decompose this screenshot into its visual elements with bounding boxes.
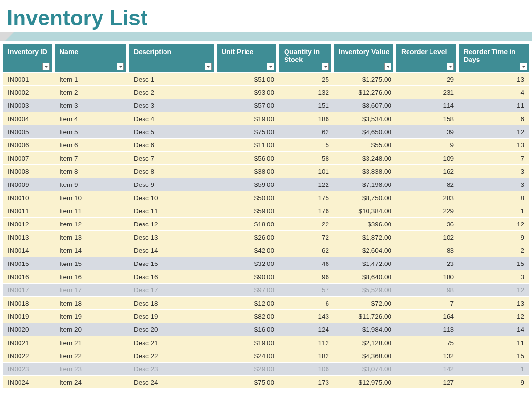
table-row[interactable]: IN0001Item 1Desc 1$51.0025$1,275.002913 <box>3 72 529 85</box>
table-row[interactable]: IN0015Item 15Desc 15$32.0046$1,472.00231… <box>3 257 529 270</box>
table-row[interactable]: IN0022Item 22Desc 22$24.00182$4,368.0013… <box>3 349 529 362</box>
cell-price: $24.00 <box>217 349 279 362</box>
cell-desc: Desc 24 <box>129 375 217 388</box>
cell-days: 13 <box>459 296 529 309</box>
table-row[interactable]: IN0020Item 20Desc 20$16.00124$1,984.0011… <box>3 323 529 336</box>
cell-desc: Desc 22 <box>129 349 217 362</box>
table-row[interactable]: IN0016Item 16Desc 16$90.0096$8,640.00180… <box>3 270 529 283</box>
cell-qty: 62 <box>279 244 334 257</box>
table-row[interactable]: IN0021Item 21Desc 21$19.00112$2,128.0075… <box>3 336 529 349</box>
filter-dropdown-icon[interactable] <box>322 63 329 70</box>
cell-reorder: 102 <box>396 230 459 244</box>
cell-days: 4 <box>459 85 529 99</box>
cell-value: $4,650.00 <box>334 125 396 138</box>
cell-name: Item 21 <box>55 336 129 349</box>
cell-id: IN0020 <box>3 323 55 336</box>
column-header-value[interactable]: Inventory Value <box>334 44 396 72</box>
filter-dropdown-icon[interactable] <box>384 63 391 70</box>
cell-value: $8,750.00 <box>334 191 396 204</box>
filter-dropdown-icon[interactable] <box>267 63 274 70</box>
cell-days: 1 <box>459 204 529 217</box>
cell-id: IN0022 <box>3 349 55 362</box>
cell-qty: 96 <box>279 270 334 283</box>
cell-reorder: 39 <box>396 125 459 138</box>
table-row[interactable]: IN0005Item 5Desc 5$75.0062$4,650.003912 <box>3 125 529 138</box>
cell-price: $82.00 <box>217 309 279 323</box>
column-header-desc[interactable]: Description <box>129 44 217 72</box>
cell-days: 9 <box>459 375 529 388</box>
column-header-label: Name <box>60 48 78 56</box>
table-row[interactable]: IN0012Item 12Desc 12$18.0022$396.003612 <box>3 217 529 230</box>
cell-desc: Desc 18 <box>129 296 217 309</box>
filter-dropdown-icon[interactable] <box>205 63 212 70</box>
cell-reorder: 229 <box>396 204 459 217</box>
cell-days: 15 <box>459 257 529 270</box>
cell-id: IN0021 <box>3 336 55 349</box>
table-row[interactable]: IN0018Item 18Desc 18$12.006$72.00713 <box>3 296 529 309</box>
cell-value: $11,726.00 <box>334 309 396 323</box>
table-row[interactable]: IN0004Item 4Desc 4$19.00186$3,534.001586 <box>3 112 529 125</box>
cell-desc: Desc 16 <box>129 270 217 283</box>
table-row[interactable]: IN0003Item 3Desc 3$57.00151$8,607.001141… <box>3 99 529 112</box>
cell-days: 12 <box>459 125 529 138</box>
cell-qty: 175 <box>279 191 334 204</box>
cell-price: $93.00 <box>217 85 279 99</box>
cell-id: IN0002 <box>3 85 55 99</box>
cell-qty: 58 <box>279 151 334 164</box>
table-row[interactable]: IN0008Item 8Desc 8$38.00101$3,838.001623 <box>3 164 529 178</box>
cell-price: $11.00 <box>217 138 279 151</box>
table-row[interactable]: IN0024Item 24Desc 24$75.00173$12,975.001… <box>3 375 529 388</box>
cell-desc: Desc 15 <box>129 257 217 270</box>
cell-value: $8,640.00 <box>334 270 396 283</box>
filter-dropdown-icon[interactable] <box>42 63 50 70</box>
column-header-reorder[interactable]: Reorder Level <box>396 44 459 72</box>
cell-reorder: 114 <box>396 99 459 112</box>
cell-days: 8 <box>459 191 529 204</box>
table-row[interactable]: IN0010Item 10Desc 10$50.00175$8,750.0028… <box>3 191 529 204</box>
cell-value: $72.00 <box>334 296 396 309</box>
cell-name: Item 13 <box>55 230 129 244</box>
cell-price: $57.00 <box>217 99 279 112</box>
column-header-qty[interactable]: Quantity in Stock <box>279 44 334 72</box>
column-header-id[interactable]: Inventory ID <box>3 44 55 72</box>
cell-reorder: 109 <box>396 151 459 164</box>
table-row[interactable]: IN0013Item 13Desc 13$26.0072$1,872.00102… <box>3 230 529 244</box>
table-row[interactable]: IN0019Item 19Desc 19$82.00143$11,726.001… <box>3 309 529 323</box>
table-row[interactable]: IN0014Item 14Desc 14$42.0062$2,604.00832 <box>3 244 529 257</box>
table-row[interactable]: IN0006Item 6Desc 6$11.005$55.00913 <box>3 138 529 151</box>
cell-desc: Desc 20 <box>129 323 217 336</box>
cell-reorder: 29 <box>396 72 459 85</box>
filter-dropdown-icon[interactable] <box>117 63 124 70</box>
cell-reorder: 231 <box>396 85 459 99</box>
cell-qty: 151 <box>279 99 334 112</box>
column-header-label: Description <box>134 48 171 56</box>
cell-desc: Desc 21 <box>129 336 217 349</box>
filter-dropdown-icon[interactable] <box>447 63 454 70</box>
filter-dropdown-icon[interactable] <box>520 63 527 70</box>
cell-reorder: 113 <box>396 323 459 336</box>
cell-desc: Desc 4 <box>129 112 217 125</box>
cell-days: 7 <box>459 151 529 164</box>
cell-value: $1,472.00 <box>334 257 396 270</box>
cell-reorder: 132 <box>396 349 459 362</box>
cell-name: Item 4 <box>55 112 129 125</box>
cell-desc: Desc 2 <box>129 85 217 99</box>
column-header-label: Reorder Level <box>401 48 447 56</box>
cell-days: 11 <box>459 99 529 112</box>
table-row[interactable]: IN0002Item 2Desc 2$93.00132$12,276.00231… <box>3 85 529 99</box>
cell-name: Item 17 <box>55 283 129 296</box>
table-row[interactable]: IN0009Item 9Desc 9$59.00122$7,198.00823 <box>3 178 529 191</box>
cell-price: $18.00 <box>217 217 279 230</box>
column-header-days[interactable]: Reorder Time in Days <box>459 44 529 72</box>
cell-reorder: 9 <box>396 138 459 151</box>
table-row[interactable]: IN0017Item 17Desc 17$97.0057$5,529.00981… <box>3 283 529 296</box>
cell-price: $75.00 <box>217 375 279 388</box>
table-row[interactable]: IN0007Item 7Desc 7$56.0058$3,248.001097 <box>3 151 529 164</box>
cell-price: $51.00 <box>217 72 279 85</box>
table-row[interactable]: IN0023Item 23Desc 23$29.00106$3,074.0014… <box>3 362 529 375</box>
column-header-name[interactable]: Name <box>55 44 129 72</box>
table-row[interactable]: IN0011Item 11Desc 11$59.00176$10,384.002… <box>3 204 529 217</box>
cell-price: $19.00 <box>217 112 279 125</box>
cell-value: $12,975.00 <box>334 375 396 388</box>
column-header-price[interactable]: Unit Price <box>217 44 279 72</box>
